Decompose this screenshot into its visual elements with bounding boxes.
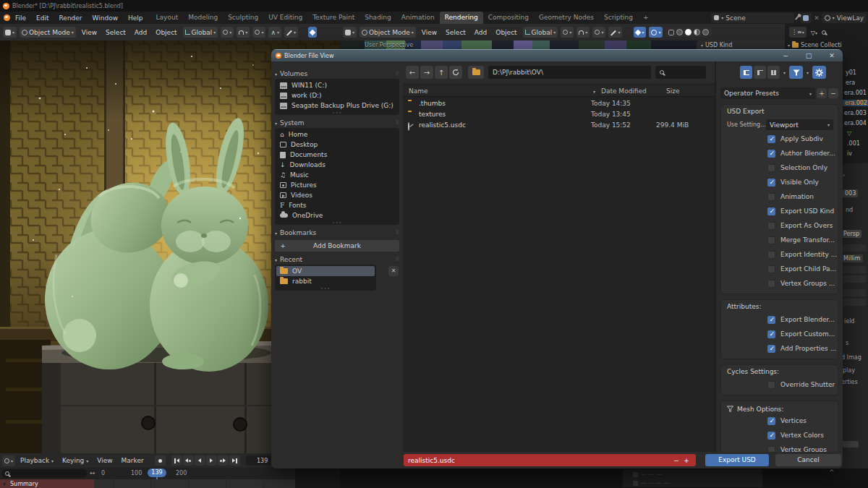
system-downloads[interactable]: ↓Downloads xyxy=(275,160,399,170)
editor-type-button[interactable]: ▾ xyxy=(3,27,17,38)
menu-edit[interactable]: Edit xyxy=(31,14,54,22)
back-button[interactable]: ← xyxy=(406,66,419,79)
perspective-chip[interactable]: Persp xyxy=(841,230,861,238)
checkbox[interactable] xyxy=(767,207,775,215)
outliner-row[interactable]: era xyxy=(846,80,855,86)
transform-orientation-dropdown[interactable]: Global▾ xyxy=(523,27,558,38)
pin-icon[interactable] xyxy=(795,15,799,20)
option-export-as-overs[interactable]: Export As Overs xyxy=(721,218,838,233)
checkbox[interactable] xyxy=(767,135,775,143)
option-export-usd-kind[interactable]: Export USD Kind xyxy=(721,204,838,218)
checkbox[interactable] xyxy=(767,381,775,389)
tool-settings-button[interactable]: ▾ xyxy=(634,27,646,38)
transform-orientation-dropdown[interactable]: Global▾ xyxy=(183,27,218,38)
maximize-button[interactable]: □ xyxy=(798,50,820,62)
system-documents[interactable]: Documents xyxy=(275,150,399,160)
outliner-row[interactable]: era.004 xyxy=(844,120,867,127)
outliner-filter-dropdown[interactable]: ▽▾ xyxy=(811,29,817,36)
select-menu[interactable]: Select xyxy=(103,29,129,36)
option-export-identity[interactable]: Export Identity ... xyxy=(721,247,838,262)
marker-menu[interactable]: Marker xyxy=(118,457,148,464)
option-selection-only[interactable]: Selection Only xyxy=(721,160,838,175)
file-row-textures[interactable]: textures Today 13:45 xyxy=(403,108,715,119)
outliner-row[interactable]: y01 xyxy=(846,69,856,76)
remove-recent-button[interactable]: ✕ xyxy=(388,266,399,276)
summary-channel[interactable]: ▾Summary xyxy=(0,479,94,488)
option-export-custom[interactable]: Export Custom... xyxy=(721,327,838,341)
select-menu[interactable]: Select xyxy=(443,29,469,36)
view-menu[interactable]: View xyxy=(79,29,100,36)
path-field[interactable]: D:\PJ\rabbit\OV\ xyxy=(488,66,651,79)
add-preset-button[interactable]: + xyxy=(817,88,827,98)
checkbox[interactable] xyxy=(767,150,775,158)
recent-rabbit[interactable]: rabbit xyxy=(275,276,376,286)
play-button[interactable] xyxy=(206,455,217,466)
outliner-row[interactable]: .001 xyxy=(847,140,860,147)
decrement-button[interactable]: − xyxy=(671,457,681,464)
dialog-titlebar[interactable]: Blender File View − □ ✕ xyxy=(271,49,843,61)
option-vertices[interactable]: Vertices xyxy=(721,414,838,428)
snap-dropdown[interactable]: ▾ xyxy=(576,27,590,38)
minimize-button[interactable]: − xyxy=(775,50,796,62)
volume-win11[interactable]: WIN11 (C:) xyxy=(275,80,399,90)
outliner-display-mode[interactable]: ⋮≡▾ xyxy=(789,27,807,38)
checkbox[interactable] xyxy=(767,432,775,440)
checkbox[interactable] xyxy=(767,251,775,259)
object-mode-dropdown[interactable]: Object Mode▾ xyxy=(20,27,76,38)
option-override-shutter[interactable]: Override Shutter xyxy=(721,377,838,392)
system-onedrive[interactable]: OneDrive xyxy=(275,210,399,221)
falloff-dropdown[interactable]: ∧▾ xyxy=(268,27,281,38)
tab-animation[interactable]: Animation xyxy=(396,12,440,24)
recent-section-header[interactable]: ▾Recent⠿ xyxy=(275,254,399,265)
tab-compositing[interactable]: Compositing xyxy=(483,12,534,24)
system-desktop[interactable]: Desktop xyxy=(275,140,399,150)
outliner-row[interactable]: iv xyxy=(847,150,852,157)
system-home[interactable]: ⌂Home xyxy=(275,129,399,140)
object-menu[interactable]: Object xyxy=(153,29,179,36)
scene-selector[interactable]: ▾ Scene xyxy=(711,13,794,23)
vertical-list-view-button[interactable] xyxy=(740,66,752,79)
search-icon[interactable] xyxy=(822,30,826,35)
current-frame-indicator[interactable]: 139 xyxy=(148,468,166,477)
checkbox[interactable] xyxy=(767,236,775,244)
system-videos[interactable]: Videos xyxy=(275,190,399,200)
tab-uv-editing[interactable]: UV Editing xyxy=(263,12,307,24)
eyedropper-dropdown[interactable]: ▾ xyxy=(608,27,622,38)
outliner-row[interactable]: era.001 xyxy=(844,90,867,96)
checkbox[interactable] xyxy=(767,265,775,273)
jump-to-start-button[interactable] xyxy=(171,455,182,466)
editor-type-button[interactable]: ▾ xyxy=(2,455,15,466)
option-add-properties[interactable]: Add Properties ... xyxy=(721,341,838,356)
proportional-editing-dropdown[interactable]: ▾ xyxy=(592,27,605,38)
option-merge-transform[interactable]: Merge Transfor... xyxy=(721,233,838,247)
editor-type-button[interactable]: ▾ xyxy=(343,27,357,38)
jump-to-end-button[interactable] xyxy=(229,455,240,466)
checkbox[interactable] xyxy=(767,316,775,324)
outliner-row[interactable]: era.003 xyxy=(844,110,867,116)
checkbox[interactable] xyxy=(767,164,775,172)
volume-work[interactable]: work (D:) xyxy=(275,90,399,100)
previous-keyframe-button[interactable] xyxy=(183,455,194,466)
pivot-point-dropdown[interactable]: ▾ xyxy=(561,27,574,38)
properties-field[interactable] xyxy=(841,275,866,283)
option-vertex-colors[interactable]: Vertex Colors xyxy=(721,428,838,442)
checkbox[interactable] xyxy=(767,222,775,230)
operator-presets-dropdown[interactable]: Operator Presets▾ xyxy=(720,87,815,99)
playback-menu[interactable]: Playback ▾ xyxy=(17,457,57,464)
tab-layout[interactable]: Layout xyxy=(151,12,184,24)
checkbox[interactable] xyxy=(767,345,775,353)
use-setting-dropdown[interactable]: Viewport▾ xyxy=(766,119,833,130)
checkbox[interactable] xyxy=(767,330,775,338)
volumes-section-header[interactable]: ▾Volumes⠿ xyxy=(275,69,399,79)
option-export-child[interactable]: Export Child Pa... xyxy=(721,262,838,276)
expand-panel-icon[interactable]: ^ xyxy=(829,468,835,476)
system-pictures[interactable]: Pictures xyxy=(275,180,399,190)
menu-help[interactable]: Help xyxy=(123,14,148,22)
option-export-blender[interactable]: Export Blender... xyxy=(721,312,838,327)
mesh-data-icon[interactable]: ▽ xyxy=(847,130,851,137)
properties-expand-icon[interactable]: › xyxy=(843,172,845,179)
recent-ov[interactable]: OV xyxy=(276,266,375,276)
cancel-button[interactable]: Cancel xyxy=(775,454,841,466)
column-date-modified[interactable]: Date Modified xyxy=(601,87,666,95)
millimeters-chip[interactable]: Millim xyxy=(841,254,863,262)
